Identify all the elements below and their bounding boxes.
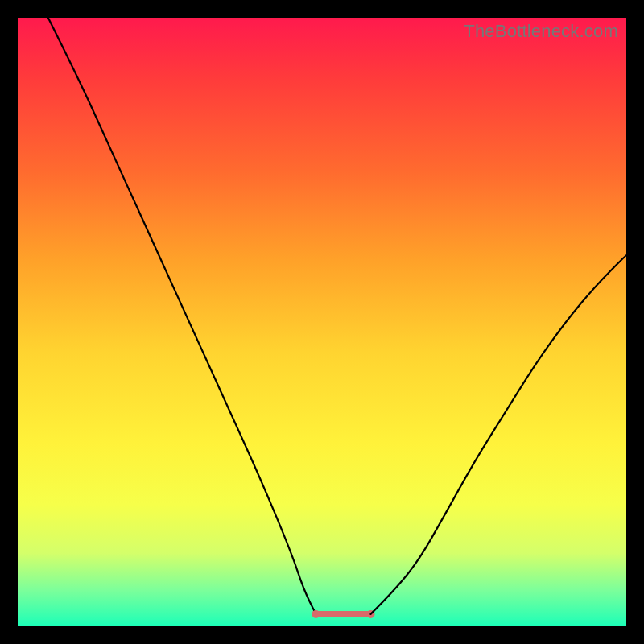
series-flat-bottom-cap	[312, 610, 320, 618]
chart-frame: TheBottleneck.com	[0, 0, 644, 644]
plot-area: TheBottleneck.com	[18, 18, 626, 626]
series-curve-left	[48, 18, 316, 614]
series-group	[48, 18, 626, 618]
chart-svg	[18, 18, 626, 626]
series-curve-right	[370, 255, 626, 614]
